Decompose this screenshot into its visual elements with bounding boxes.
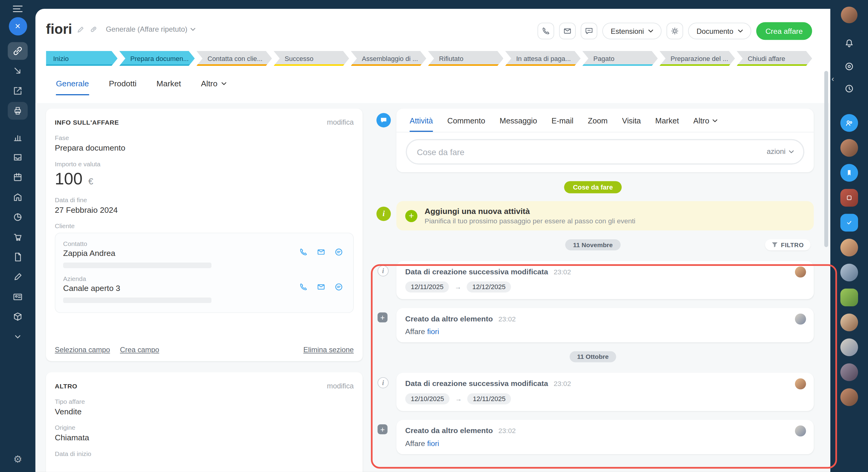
pie-chart-icon[interactable] <box>8 208 28 226</box>
avatar[interactable] <box>840 363 858 381</box>
bell-icon[interactable] <box>843 38 855 50</box>
cube-icon[interactable] <box>8 308 28 326</box>
tl-tab-attivita[interactable]: Attività <box>409 116 433 131</box>
sign-icon[interactable] <box>8 268 28 286</box>
tab-prodotti[interactable]: Prodotti <box>109 79 136 95</box>
settings-icon[interactable] <box>666 23 683 39</box>
bookmark-icon[interactable] <box>840 164 858 182</box>
pipeline-selector[interactable]: Generale (Affare ripetuto) <box>106 25 196 33</box>
select-field-link[interactable]: Seleziona campo <box>55 346 110 354</box>
tab-market[interactable]: Market <box>157 79 181 95</box>
link-icon[interactable] <box>8 42 28 60</box>
date-separator: 11 Ottobre <box>569 351 617 362</box>
tab-generale[interactable]: Generale <box>56 79 89 95</box>
tl-tab-market[interactable]: Market <box>655 116 679 131</box>
chevron-down-icon[interactable] <box>8 328 28 346</box>
phone-icon[interactable] <box>538 23 554 39</box>
comment-bubble-icon[interactable] <box>376 113 391 127</box>
employees-icon[interactable] <box>840 114 858 132</box>
stage-rifiutato[interactable]: Rifiutato <box>428 51 503 66</box>
company-icon[interactable] <box>8 188 28 206</box>
history-icon[interactable] <box>843 83 855 94</box>
create-field-link[interactable]: Crea campo <box>120 346 159 354</box>
stage-chiudi-affare[interactable]: Chiudi affare <box>737 51 812 66</box>
info-icon: i <box>378 377 389 388</box>
entry-card[interactable]: Creato da altro elemento 23:02 Affare fi… <box>396 420 814 454</box>
contact-row: Contatto Zappia Andrea <box>63 240 345 268</box>
app-tile[interactable] <box>840 189 858 207</box>
avatar[interactable] <box>840 338 858 356</box>
openchannel-contact-icon[interactable] <box>335 247 343 256</box>
group-tile[interactable] <box>840 289 858 306</box>
chart-icon[interactable] <box>8 128 28 146</box>
avatar[interactable] <box>840 139 858 157</box>
document-button[interactable]: Documento <box>688 23 751 39</box>
stage-prepara-documento[interactable]: Prepara documen... <box>119 51 194 66</box>
edit-link[interactable]: modifica <box>327 382 354 390</box>
deal-link[interactable]: fiori <box>427 327 439 336</box>
filter-button[interactable]: FILTRO <box>765 239 810 250</box>
menu-icon[interactable] <box>13 5 23 15</box>
avatar[interactable] <box>840 239 858 257</box>
create-deal-button[interactable]: Crea affare <box>756 22 812 40</box>
entry-card[interactable]: Creato da altro elemento 23:02 Affare fi… <box>396 308 814 343</box>
deal-link[interactable]: fiori <box>427 439 439 448</box>
close-button[interactable]: × <box>8 17 27 36</box>
user-avatar[interactable] <box>841 7 858 23</box>
cart-icon[interactable] <box>8 228 28 246</box>
print-icon[interactable] <box>8 102 28 120</box>
collapse-panel-icon[interactable]: ‹ <box>832 74 834 83</box>
avatar[interactable] <box>840 264 858 282</box>
tasks-tile[interactable] <box>840 214 858 232</box>
tl-tab-email[interactable]: E-mail <box>552 116 574 131</box>
actions-dropdown[interactable]: azioni <box>767 147 794 156</box>
inbox-icon[interactable] <box>8 148 28 166</box>
avatar[interactable] <box>840 388 858 406</box>
feedback-icon[interactable] <box>581 23 597 39</box>
id-card-icon[interactable] <box>8 288 28 306</box>
avatar[interactable] <box>795 314 806 325</box>
stage-inizio[interactable]: Inizio <box>46 51 118 66</box>
stage-in-attesa[interactable]: In attesa di paga... <box>505 51 581 66</box>
vertical-scrollbar[interactable] <box>824 71 828 247</box>
stage-successo[interactable]: Successo <box>274 51 349 66</box>
tl-tab-messaggio[interactable]: Messaggio <box>500 116 537 131</box>
avatar[interactable] <box>795 266 806 278</box>
extensions-button[interactable]: Estensioni <box>602 23 661 39</box>
share-icon[interactable] <box>8 82 28 100</box>
gear-icon[interactable]: ⚙ <box>13 453 22 465</box>
avatar[interactable] <box>840 314 858 331</box>
redacted-phone <box>63 263 211 268</box>
sales-icon[interactable] <box>8 62 28 80</box>
avatar[interactable] <box>795 379 806 390</box>
call-contact-icon[interactable] <box>299 247 308 256</box>
avatar[interactable] <box>795 425 806 437</box>
entry-card[interactable]: Data di creazione successiva modificata … <box>396 373 814 411</box>
amount-value: 100 <box>55 170 83 188</box>
mail-icon[interactable] <box>559 23 576 39</box>
todo-input[interactable] <box>406 139 804 165</box>
copy-link-icon[interactable] <box>90 25 98 33</box>
entry-card[interactable]: Data di creazione successiva modificata … <box>396 261 814 299</box>
stage-pagato[interactable]: Pagato <box>582 51 658 66</box>
tl-tab-commento[interactable]: Commento <box>447 116 485 131</box>
mail-contact-icon[interactable] <box>317 247 326 256</box>
edit-link[interactable]: modifica <box>327 118 354 126</box>
tl-tab-visita[interactable]: Visita <box>622 116 641 131</box>
support-icon[interactable] <box>843 61 855 72</box>
document-icon[interactable] <box>8 248 28 266</box>
stage-preparazione[interactable]: Preparazione del ... <box>660 51 735 66</box>
delete-section-link[interactable]: Elimina sezione <box>303 346 354 354</box>
add-activity-banner[interactable]: + Aggiungi una nuova attività Pianifica … <box>396 201 814 230</box>
openchannel-company-icon[interactable] <box>335 283 343 291</box>
stage-contatta[interactable]: Contatta con clie... <box>196 51 272 66</box>
right-sidebar: ‹ <box>830 0 868 472</box>
tab-altro[interactable]: Altro <box>201 79 226 95</box>
edit-title-icon[interactable] <box>77 25 85 33</box>
calendar-icon[interactable] <box>8 168 28 186</box>
mail-company-icon[interactable] <box>317 283 326 291</box>
tl-tab-altro[interactable]: Altro <box>693 116 717 131</box>
call-company-icon[interactable] <box>299 283 308 291</box>
tl-tab-zoom[interactable]: Zoom <box>588 116 608 131</box>
stage-assemblaggio[interactable]: Assemblaggio di ... <box>351 51 426 66</box>
